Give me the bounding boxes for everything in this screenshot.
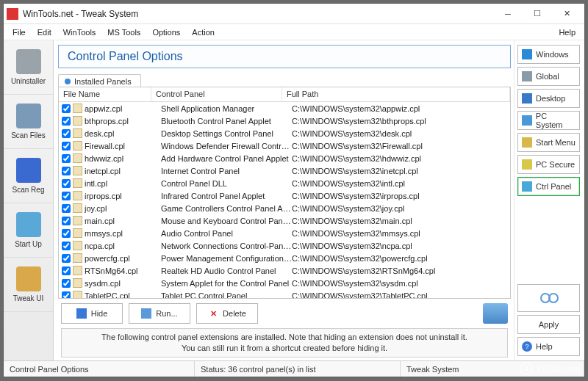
table-row[interactable]: joy.cplGame Controllers Control Panel Ap… (59, 202, 510, 214)
menu-ms-tools[interactable]: MS Tools (101, 26, 146, 38)
table-row[interactable]: intl.cplControl Panel DLLC:\WINDOWS\syst… (59, 177, 510, 189)
watermark-icon: ⬇ (520, 362, 533, 375)
rbtn-desktop[interactable]: Desktop (517, 89, 580, 108)
sidebar-scan-files[interactable]: Scan Files (4, 95, 53, 149)
file-icon (73, 178, 82, 188)
sidebar-icon (16, 158, 41, 183)
rbtn-pc-secure[interactable]: PC Secure (517, 155, 580, 174)
row-checkbox[interactable] (62, 192, 71, 200)
cell-controlpanel: Shell Application Manager (161, 104, 292, 113)
file-icon (73, 203, 82, 213)
row-checkbox[interactable] (62, 117, 71, 126)
table-row[interactable]: RTSnMg64.cplRealtek HD Audio Control Pan… (59, 264, 510, 277)
table-row[interactable]: appwiz.cplShell Application ManagerC:\WI… (59, 102, 510, 115)
menu-options[interactable]: Options (146, 26, 186, 38)
minimize-button[interactable]: ─ (493, 4, 523, 24)
menubar: FileEditWinToolsMS ToolsOptionsAction He… (4, 24, 584, 40)
main-area: Control Panel Options Installed Panels F… (54, 40, 514, 360)
rbtn-label: Windows (536, 50, 569, 59)
close-button[interactable]: ✕ (552, 4, 581, 24)
hide-button[interactable]: Hide (61, 303, 123, 324)
window-title: WinTools.net - Tweak System (23, 9, 493, 19)
table-row[interactable]: TabletPC.cplTablet PC Control PanelC:\WI… (59, 289, 510, 298)
rbtn-pc-system[interactable]: PC System (517, 111, 580, 130)
row-checkbox[interactable] (62, 179, 71, 188)
cell-controlpanel: Infrared Control Panel Applet (161, 192, 292, 200)
run-button[interactable]: Run... (129, 303, 190, 324)
row-checkbox[interactable] (62, 266, 71, 275)
rbtn-label: PC Secure (536, 160, 575, 169)
cell-filename: mmsys.cpl (85, 229, 161, 238)
help-button[interactable]: ?Help (517, 337, 580, 356)
delete-button[interactable]: ✕Delete (196, 303, 258, 324)
status-section: Control Panel Options (4, 361, 195, 377)
info-line2: You can still run it from a shortcut cre… (68, 343, 501, 354)
col-fullpath[interactable]: Full Path (282, 87, 510, 101)
table-row[interactable]: Firewall.cplWindows Defender Firewall Co… (59, 139, 510, 152)
rbtn-start-menu[interactable]: Start Menu (517, 133, 580, 152)
rbtn-icon (522, 115, 532, 126)
row-checkbox[interactable] (62, 204, 71, 213)
cell-controlpanel: Add Hardware Control Panel Applet (161, 154, 292, 163)
rbtn-ctrl-panel[interactable]: Ctrl Panel (517, 177, 580, 196)
maximize-button[interactable]: ☐ (523, 4, 552, 24)
file-icon (73, 228, 82, 238)
menu-help[interactable]: Help (553, 26, 581, 38)
status-count: Status: 36 control panel(s) in list (195, 361, 401, 377)
table-row[interactable]: powercfg.cplPower Management Configurati… (59, 252, 510, 264)
row-checkbox[interactable] (62, 154, 71, 163)
file-icon (73, 116, 82, 126)
file-icon (73, 291, 82, 298)
rbtn-windows[interactable]: Windows (517, 45, 580, 64)
sidebar-uninstaller[interactable]: Uninstaller (4, 40, 53, 95)
table-row[interactable]: hdwwiz.cplAdd Hardware Control Panel App… (59, 152, 510, 164)
row-checkbox[interactable] (62, 254, 71, 263)
sidebar-tweak-ui[interactable]: Tweak UI (4, 258, 53, 312)
row-checkbox[interactable] (62, 229, 71, 238)
row-checkbox[interactable] (62, 167, 71, 175)
menu-action[interactable]: Action (186, 26, 220, 38)
list-body[interactable]: appwiz.cplShell Application ManagerC:\WI… (59, 102, 510, 298)
col-controlpanel[interactable]: Control Panel (151, 87, 282, 101)
menu-edit[interactable]: Edit (32, 26, 57, 38)
file-icon (73, 278, 82, 288)
cell-filename: RTSnMg64.cpl (85, 266, 161, 275)
table-row[interactable]: ncpa.cplNetwork Connections Control-Pane… (59, 239, 510, 252)
cell-fullpath: C:\WINDOWS\system32\TabletPC.cpl (292, 291, 510, 299)
menu-wintools[interactable]: WinTools (57, 26, 102, 38)
row-checkbox[interactable] (62, 291, 71, 299)
sidebar-start-up[interactable]: Start Up (4, 203, 53, 258)
table-row[interactable]: inetcpl.cplInternet Control PanelC:\WIND… (59, 164, 510, 177)
cell-fullpath: C:\WINDOWS\system32\desk.cpl (292, 129, 510, 138)
sidebar-scan-reg[interactable]: Scan Reg (4, 149, 53, 203)
apply-button[interactable]: Apply (517, 315, 580, 334)
col-filename[interactable]: File Name (59, 87, 151, 101)
rbtn-global[interactable]: Global (517, 67, 580, 86)
cell-fullpath: C:\WINDOWS\system32\powercfg.cpl (292, 254, 510, 263)
info-box: The following control panel extensions a… (61, 328, 508, 358)
cell-filename: desk.cpl (85, 129, 161, 138)
row-checkbox[interactable] (62, 104, 71, 113)
rbtn-icon (522, 49, 532, 59)
tab-installed-panels[interactable]: Installed Panels (58, 74, 141, 87)
cell-fullpath: C:\WINDOWS\system32\main.cpl (292, 217, 510, 225)
titlebar: WinTools.net - Tweak System ─ ☐ ✕ (4, 4, 584, 24)
row-checkbox[interactable] (62, 279, 71, 288)
table-row[interactable]: mmsys.cplAudio Control PanelC:\WINDOWS\s… (59, 227, 510, 239)
row-checkbox[interactable] (62, 217, 71, 225)
row-checkbox[interactable] (62, 129, 71, 138)
row-checkbox[interactable] (62, 142, 71, 150)
table-row[interactable]: main.cplMouse and Keyboard Control Panel… (59, 214, 510, 227)
cell-filename: inetcpl.cpl (85, 167, 161, 175)
cell-controlpanel: Control Panel DLL (161, 179, 292, 188)
table-row[interactable]: sysdm.cplSystem Applet for the Control P… (59, 277, 510, 289)
run-icon (141, 308, 151, 319)
cell-fullpath: C:\WINDOWS\system32\sysdm.cpl (292, 279, 510, 288)
menu-file[interactable]: File (7, 26, 32, 38)
file-icon (73, 241, 82, 250)
row-checkbox[interactable] (62, 242, 71, 250)
table-row[interactable]: desk.cplDesktop Settings Control PanelC:… (59, 127, 510, 139)
settings-button[interactable] (517, 284, 580, 312)
table-row[interactable]: bthprops.cplBluetooth Control Panel Appl… (59, 115, 510, 127)
table-row[interactable]: irprops.cplInfrared Control Panel Applet… (59, 189, 510, 202)
